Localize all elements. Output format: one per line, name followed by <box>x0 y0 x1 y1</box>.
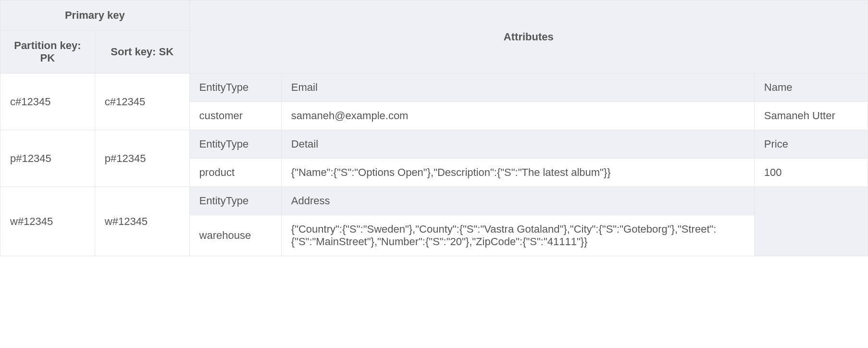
attr-header-entitytype: EntityType <box>189 74 281 102</box>
cell-pk: p#12345 <box>0 130 95 187</box>
attr-value-email: samaneh@example.com <box>281 102 754 130</box>
attr-value-entitytype: product <box>189 159 281 187</box>
attr-header-detail: Detail <box>281 130 754 159</box>
header-partition-key: Partition key: PK <box>0 31 95 74</box>
dynamodb-table: Primary key Attributes Partition key: PK… <box>0 0 868 256</box>
attr-value-address: {"Country":{"S":"Sweden"},"County":{"S":… <box>281 215 754 256</box>
cell-sk: w#12345 <box>95 187 189 256</box>
attr-value-detail: {"Name":{"S":"Options Open"},"Descriptio… <box>281 159 754 187</box>
table-row: p#12345 p#12345 EntityType Detail Price <box>0 130 868 159</box>
attr-header-name: Name <box>754 74 868 102</box>
table-row: w#12345 w#12345 EntityType Address <box>0 187 868 215</box>
attr-header-price: Price <box>754 130 868 159</box>
attr-value-entitytype: customer <box>189 102 281 130</box>
cell-pk: c#12345 <box>0 74 95 130</box>
cell-sk: p#12345 <box>95 130 189 187</box>
cell-sk: c#12345 <box>95 74 189 130</box>
header-attributes: Attributes <box>189 0 868 74</box>
attr-header-entitytype: EntityType <box>189 187 281 215</box>
attr-header-email: Email <box>281 74 754 102</box>
attr-header-entitytype: EntityType <box>189 130 281 159</box>
cell-pk: w#12345 <box>0 187 95 256</box>
attr-empty <box>754 187 868 256</box>
table-row: c#12345 c#12345 EntityType Email Name <box>0 74 868 102</box>
header-sort-key: Sort key: SK <box>95 31 189 74</box>
attr-value-name: Samaneh Utter <box>754 102 868 130</box>
attr-value-price: 100 <box>754 159 868 187</box>
header-primary-key: Primary key <box>0 0 190 31</box>
attr-header-address: Address <box>281 187 754 215</box>
attr-value-entitytype: warehouse <box>189 215 281 256</box>
